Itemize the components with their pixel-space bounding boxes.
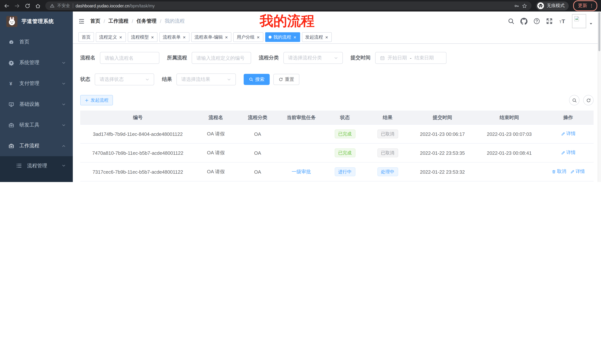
svg-text:T: T <box>562 18 565 24</box>
cell-end-time: 2022-01-23 00:07:03 <box>476 125 543 144</box>
tab-close-icon[interactable]: × <box>325 35 328 39</box>
status-badge: 已完成 <box>334 148 355 157</box>
date-range-picker[interactable]: 开始日期 - 结束日期 <box>375 52 446 64</box>
fullscreen-icon[interactable] <box>546 18 553 25</box>
plus-icon <box>85 98 89 102</box>
tab-close-icon[interactable]: × <box>182 35 186 39</box>
sidebar-item-flow[interactable]: 任务管理 <box>0 175 73 182</box>
tab-item[interactable]: 流程表单× <box>159 32 189 42</box>
sidebar-menu: 首页系统管理¥支付管理基础设施研发工具工作流程流程管理任务管理我的流程待办任务已… <box>0 31 73 182</box>
cell-end-time <box>476 162 543 181</box>
tab-close-icon[interactable]: × <box>293 35 297 39</box>
detail-action-link[interactable]: 详情 <box>561 150 576 156</box>
address-bar[interactable]: 不安全 dashboard.yudao.iocoder.cn/bpm/task/… <box>45 1 531 10</box>
scrollbar-thumb[interactable] <box>598 12 600 51</box>
tags-view-bar: 首页流程定义×流程模型×流程表单×流程表单-编辑×用户分组×我的流程×发起流程× <box>73 31 601 44</box>
create-process-button[interactable]: 发起流程 <box>80 95 113 105</box>
tab-label: 流程模型 <box>131 34 149 40</box>
reset-button[interactable]: 重置 <box>273 74 299 85</box>
search-icon[interactable] <box>508 18 514 25</box>
refresh-table-button[interactable] <box>583 95 594 105</box>
sidebar-item-toolbox[interactable]: 工作流程 <box>0 135 73 156</box>
breadcrumb-item[interactable]: 任务管理 <box>137 18 157 25</box>
sidebar-item-yen[interactable]: ¥支付管理 <box>0 73 73 94</box>
process-definition-input[interactable] <box>191 52 251 64</box>
breadcrumb-item[interactable]: 工作流程 <box>109 18 129 25</box>
sidebar-item-gear[interactable]: 系统管理 <box>0 52 73 73</box>
help-icon[interactable] <box>533 18 540 25</box>
cell-end-time: 2022-01-23 00:08:41 <box>476 144 543 162</box>
cell-result: 通过 <box>366 181 409 182</box>
tab-item[interactable]: 用户分组× <box>233 32 263 42</box>
sidebar-item-label: 首页 <box>19 38 29 45</box>
app-logo-row[interactable]: 芋道管理系统 <box>0 11 73 31</box>
sidebar-item-gauge[interactable]: 首页 <box>0 31 73 52</box>
browser-reload-icon[interactable] <box>25 3 30 9</box>
svg-text:T: T <box>559 20 561 24</box>
detail-action-link[interactable]: 详情 <box>561 131 576 137</box>
sidebar-item-label: 流程管理 <box>27 162 47 169</box>
tab-close-icon[interactable]: × <box>225 35 228 39</box>
tab-item[interactable]: 首页 <box>78 32 94 42</box>
sidebar-collapse-icon[interactable] <box>78 18 85 24</box>
result-select[interactable]: 请选择流结果 <box>176 74 236 85</box>
cell-current-task[interactable]: 一级审批 <box>279 162 323 181</box>
tab-item[interactable]: 流程模型× <box>128 32 158 42</box>
sidebar-item-label: 基础设施 <box>19 101 39 108</box>
browser-menu-icon[interactable] <box>589 3 594 8</box>
tab-item[interactable]: 发起流程× <box>302 32 332 42</box>
tab-item[interactable]: 流程表单-编辑× <box>191 32 232 42</box>
sidebar-item-monitor[interactable]: 基础设施 <box>0 94 73 115</box>
page-scrollbar[interactable] <box>598 11 601 182</box>
font-size-icon[interactable]: TT <box>559 18 566 25</box>
table-row: 3ad174fb-7b9d-11ec-8404-acde48001122OA 请… <box>80 125 594 144</box>
search-icon <box>249 77 253 82</box>
sidebar-item-toolbox[interactable]: 研发工具 <box>0 115 73 135</box>
cell-category: OA <box>236 125 279 144</box>
browser-update-button[interactable]: 更新 <box>573 0 597 11</box>
main-area: 首页/工作流程/任务管理/我的流程 我的流程 TT 首页流程定义×流程模型×流程… <box>73 11 601 182</box>
result-badge: 已取消 <box>377 148 398 157</box>
bookmark-star-icon[interactable] <box>522 3 527 8</box>
start-date-placeholder: 开始日期 <box>388 55 407 61</box>
tab-active[interactable]: 我的流程× <box>265 32 300 42</box>
cell-result: 已取消 <box>366 144 409 162</box>
tab-label: 首页 <box>82 34 91 40</box>
sidebar-item-label: 支付管理 <box>19 80 39 87</box>
action-label: 详情 <box>566 150 576 156</box>
svg-text:¥: ¥ <box>10 81 12 86</box>
tab-close-icon[interactable]: × <box>151 35 154 39</box>
browser-forward-icon[interactable] <box>14 3 20 9</box>
cancel-action-link[interactable]: 取消 <box>551 169 566 175</box>
tab-close-icon[interactable]: × <box>257 35 260 39</box>
current-task-link[interactable]: 一级审批 <box>291 169 311 174</box>
process-table: 编号流程名流程分类当前审批任务状态结果提交时间结束时间操作 3ad174fb-7… <box>80 111 594 182</box>
sidebar-item-tree[interactable]: 流程管理 <box>0 156 73 175</box>
process-name-input[interactable] <box>100 52 159 64</box>
chevron-down-icon <box>62 144 66 148</box>
breadcrumb-item[interactable]: 首页 <box>90 18 100 25</box>
address-divider <box>73 3 73 8</box>
tab-close-icon[interactable]: × <box>119 35 122 39</box>
password-key-icon[interactable] <box>514 3 519 8</box>
result-badge: 已取消 <box>377 130 398 138</box>
tab-item[interactable]: 流程定义× <box>96 32 126 42</box>
detail-action-link[interactable]: 详情 <box>570 169 585 175</box>
app-logo <box>6 16 18 27</box>
column-header: 当前审批任务 <box>279 111 323 125</box>
search-button[interactable]: 搜索 <box>244 74 270 85</box>
avatar[interactable] <box>572 14 586 28</box>
show-search-button[interactable] <box>569 95 580 105</box>
github-icon[interactable] <box>521 18 527 25</box>
browser-home-icon[interactable] <box>35 3 41 9</box>
tab-label: 流程表单-编辑 <box>195 34 223 40</box>
browser-back-icon[interactable] <box>4 3 10 9</box>
status-select[interactable]: 请选择状态 <box>95 74 154 85</box>
sidebar: 芋道管理系统 首页系统管理¥支付管理基础设施研发工具工作流程流程管理任务管理我的… <box>0 11 73 182</box>
category-select[interactable]: 请选择流程分类 <box>283 52 343 64</box>
screen: 不安全 dashboard.yudao.iocoder.cn/bpm/task/… <box>0 0 601 182</box>
avatar-caret-icon[interactable] <box>589 22 593 26</box>
cell-submit-time: 2022-01-23 00:06:17 <box>409 125 476 144</box>
breadcrumb-separator: / <box>104 18 105 24</box>
sidebar-item-label: 系统管理 <box>19 59 39 66</box>
